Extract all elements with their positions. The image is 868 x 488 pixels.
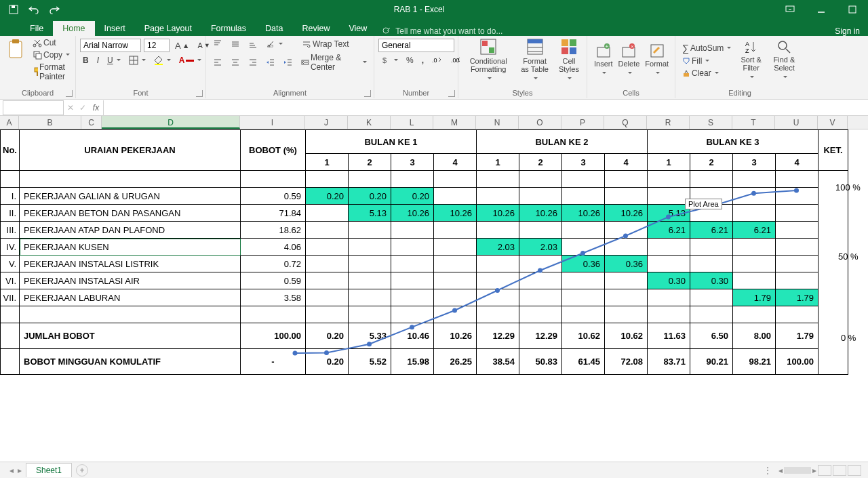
next-sheet-icon[interactable]: ▸	[18, 466, 22, 475]
insert-cells-button[interactable]: +Insert	[591, 42, 616, 79]
formula-input[interactable]	[106, 101, 868, 115]
tab-data[interactable]: Data	[256, 21, 292, 36]
svg-rect-7	[12, 39, 19, 43]
align-left-icon[interactable]	[210, 57, 225, 68]
new-sheet-icon[interactable]: +	[76, 464, 88, 476]
normal-view-icon[interactable]	[818, 465, 831, 476]
maximize-icon[interactable]	[837, 0, 868, 19]
svg-rect-52	[528, 39, 542, 43]
svg-rect-57	[561, 47, 568, 54]
merge-center-button[interactable]: Merge & Center	[298, 52, 370, 73]
copy-button[interactable]: Copy	[30, 49, 73, 60]
underline-button[interactable]: U	[104, 55, 123, 66]
cancel-formula-icon[interactable]: ✕	[64, 103, 77, 113]
svg-text:×: ×	[631, 43, 634, 49]
clipboard-launcher-icon[interactable]	[66, 90, 73, 97]
title-bar: RAB 1 - Excel	[0, 0, 868, 19]
decrease-indent-icon[interactable]	[263, 57, 278, 68]
align-right-icon[interactable]	[245, 57, 260, 68]
cell-styles-button[interactable]: Cell Styles	[555, 37, 583, 84]
chart-tooltip: Plot Area	[685, 199, 722, 209]
name-box[interactable]	[3, 100, 64, 115]
minimize-icon[interactable]	[806, 0, 837, 19]
clear-button[interactable]: Clear	[679, 68, 734, 79]
sign-in-link[interactable]: Sign in	[835, 26, 868, 36]
number-group-label: Number	[403, 89, 429, 97]
bold-button[interactable]: B	[80, 55, 92, 66]
formula-bar: ✕ ✓ fx	[0, 100, 868, 116]
comma-button[interactable]: ,	[419, 55, 427, 66]
increase-decimal-icon[interactable]: .0	[429, 55, 446, 66]
align-top-icon[interactable]	[210, 39, 225, 49]
column-headers[interactable]: ABCDIJKLMNOPQRSTUV	[0, 116, 868, 129]
align-center-icon[interactable]	[228, 57, 243, 68]
ribbon-options-icon[interactable]	[774, 0, 806, 19]
svg-text:+: +	[605, 43, 608, 49]
redo-icon[interactable]	[45, 1, 64, 18]
fill-button[interactable]: Fill	[679, 56, 734, 66]
align-bottom-icon[interactable]	[245, 39, 260, 49]
save-icon[interactable]	[4, 1, 23, 18]
wrap-text-button[interactable]: Wrap Text	[299, 39, 352, 49]
delete-cells-button[interactable]: ×Delete	[616, 42, 643, 79]
svg-rect-4	[849, 6, 856, 13]
editing-group-label: Editing	[728, 89, 751, 97]
styles-group-label: Styles	[513, 89, 533, 97]
number-format-select[interactable]	[378, 39, 454, 52]
orientation-icon[interactable]: ab	[263, 39, 285, 49]
font-launcher-icon[interactable]	[196, 90, 203, 97]
tab-insert[interactable]: Insert	[95, 21, 135, 36]
paste-button[interactable]	[4, 37, 27, 82]
axis-label-50: 50 %	[838, 251, 859, 262]
svg-rect-18	[186, 60, 194, 62]
ribbon: Cut Copy Format Painter Clipboard A▲ A▼ …	[0, 36, 868, 100]
prev-sheet-icon[interactable]: ◂	[9, 466, 14, 475]
autosum-button[interactable]: ∑AutoSum	[679, 42, 734, 54]
svg-rect-6	[9, 41, 22, 58]
cut-button[interactable]: Cut	[30, 37, 73, 48]
svg-rect-66	[684, 73, 689, 77]
font-size-input[interactable]	[144, 39, 170, 52]
font-name-input[interactable]	[80, 39, 141, 52]
conditional-formatting-button[interactable]: Conditional Formatting	[462, 37, 514, 84]
percent-button[interactable]: %	[403, 55, 416, 66]
alignment-launcher-icon[interactable]	[364, 90, 371, 97]
sheet-tab[interactable]: Sheet1	[26, 463, 72, 477]
format-cells-button[interactable]: Format	[642, 42, 671, 79]
schedule-table[interactable]: No.URAIAN PEKERJAANBOBOT (%)BULAN KE 1BU…	[0, 129, 848, 375]
fill-color-button[interactable]	[151, 55, 174, 66]
align-middle-icon[interactable]	[228, 39, 243, 49]
tell-me-search[interactable]: Tell me what you want to do...	[382, 26, 502, 36]
font-color-button[interactable]: A	[176, 55, 205, 66]
format-as-table-button[interactable]: Format as Table	[515, 37, 554, 84]
ribbon-tabs: File Home Insert Page Layout Formulas Da…	[0, 19, 868, 36]
svg-rect-2	[786, 6, 794, 12]
tab-home[interactable]: Home	[53, 21, 94, 36]
tab-file[interactable]: File	[20, 21, 53, 36]
tab-view[interactable]: View	[339, 21, 376, 36]
increase-indent-icon[interactable]	[281, 57, 296, 68]
find-select-button[interactable]: Find & Select	[768, 38, 800, 83]
svg-rect-49	[482, 41, 488, 46]
tab-formulas[interactable]: Formulas	[201, 21, 256, 36]
enter-formula-icon[interactable]: ✓	[77, 103, 89, 113]
undo-icon[interactable]	[24, 1, 43, 18]
page-break-view-icon[interactable]	[848, 465, 861, 476]
fx-icon[interactable]: fx	[89, 100, 104, 115]
format-painter-button[interactable]: Format Painter	[30, 62, 73, 82]
tab-page-layout[interactable]: Page Layout	[135, 21, 201, 36]
accounting-format-button[interactable]: $	[378, 55, 401, 66]
scroll-left-icon[interactable]: ◂	[778, 466, 783, 475]
svg-rect-50	[489, 47, 494, 53]
borders-button[interactable]	[126, 55, 149, 66]
tab-review[interactable]: Review	[292, 21, 339, 36]
scroll-right-icon[interactable]: ▸	[812, 466, 816, 475]
sort-filter-button[interactable]: AZSort & Filter	[736, 38, 766, 83]
page-layout-view-icon[interactable]	[833, 465, 846, 476]
svg-rect-1	[12, 5, 15, 8]
increase-font-icon[interactable]: A▲	[172, 40, 192, 52]
italic-button[interactable]: I	[94, 55, 102, 66]
window-title: RAB 1 - Excel	[64, 5, 774, 14]
worksheet-grid[interactable]: ABCDIJKLMNOPQRSTUV No.URAIAN PEKERJAANBO…	[0, 116, 868, 462]
number-launcher-icon[interactable]	[448, 90, 455, 97]
